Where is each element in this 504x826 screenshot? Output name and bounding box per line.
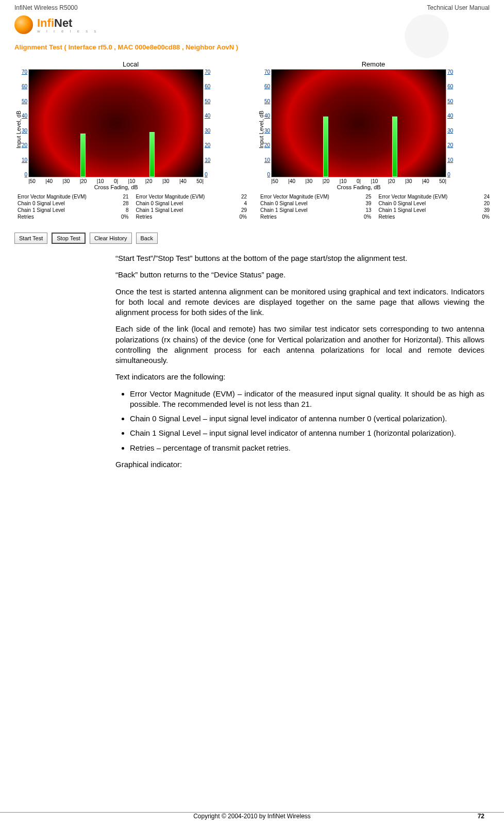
- clear-history-button[interactable]: Clear History: [90, 233, 132, 244]
- xaxis-label-r: Cross Fading, dB: [271, 184, 446, 190]
- xaxis-label: Cross Fading, dB: [28, 184, 204, 190]
- stats-remote: Error Vector Magnitude (EVM)25 Chain 0 S…: [257, 190, 490, 220]
- y-ticks-left-r: 706050403020100: [264, 69, 271, 177]
- plot-remote: [271, 69, 446, 177]
- yaxis-label-r: Input Level, dB: [257, 69, 264, 190]
- back-button[interactable]: Back: [136, 233, 158, 244]
- para-4: Each side of the link (local and remote)…: [115, 324, 484, 366]
- para-6: Graphical indicator:: [115, 459, 484, 470]
- chart-remote: Remote Input Level, dB 706050403020100 |…: [257, 60, 490, 220]
- y-ticks-right-r: 706050403020100: [446, 69, 453, 177]
- page-number: 72: [464, 813, 484, 820]
- alignment-test-title: Alignment Test ( Interface rf5.0 , MAC 0…: [0, 39, 504, 55]
- bar-remote-left: [323, 117, 328, 177]
- page-footer: Copyright © 2004-2010 by InfiNet Wireles…: [0, 812, 504, 820]
- list-item-2: Chain 0 Signal Level – input signal leve…: [130, 414, 484, 424]
- para-3: Once the test is started antenna alignme…: [115, 287, 484, 318]
- header-left: InfiNet Wireless R5000: [14, 4, 78, 11]
- page-header: InfiNet Wireless R5000 Technical User Ma…: [0, 0, 504, 13]
- button-row: Start Test Stop Test Clear History Back: [0, 225, 504, 251]
- logo-text: InfiNet: [37, 16, 98, 30]
- x-ticks: |50|40|30|20|100||10|20|30|4050|: [28, 177, 204, 184]
- footer-copyright: Copyright © 2004-2010 by InfiNet Wireles…: [40, 813, 464, 820]
- list-item-3: Chain 1 Signal Level – input signal leve…: [130, 428, 484, 438]
- stop-test-button[interactable]: Stop Test: [52, 233, 86, 244]
- para-1: “Start Test”/”Stop Test” buttons at the …: [115, 253, 484, 263]
- yaxis-label: Input Level, dB: [14, 69, 22, 190]
- stats-local: Error Vector Magnitude (EVM)21 Chain 0 S…: [14, 190, 247, 220]
- logo-icon: [14, 15, 33, 34]
- bar-local-right: [149, 132, 155, 177]
- chart-remote-title: Remote: [257, 60, 490, 68]
- plot-local: [28, 69, 204, 177]
- x-ticks-r: |50|40|30|20|100||10|20|30|4050|: [271, 177, 446, 184]
- chart-local-title: Local: [14, 60, 247, 68]
- logo-sub: w i r e l e s s: [37, 29, 98, 34]
- charts-row: Local Input Level, dB 706050403020100 |5…: [0, 55, 504, 225]
- chart-local: Local Input Level, dB 706050403020100 |5…: [14, 60, 247, 220]
- para-2: “Back” button returns to the “Device Sta…: [115, 270, 484, 280]
- y-ticks-right: 706050403020100: [204, 69, 210, 177]
- header-right: Technical User Manual: [427, 4, 490, 11]
- bar-remote-right: [392, 117, 397, 177]
- start-test-button[interactable]: Start Test: [14, 233, 47, 244]
- list-item-4: Retries – percentage of transmit packet …: [130, 443, 484, 453]
- logo-block: InfiNet w i r e l e s s: [0, 13, 504, 39]
- para-5: Text indicators are the following:: [115, 372, 484, 382]
- list-item-1: Error Vector Magnitude (EVM) – indicator…: [130, 389, 484, 410]
- y-ticks-left: 706050403020100: [22, 69, 28, 177]
- bar-local-left: [80, 134, 86, 177]
- body-text: “Start Test”/”Stop Test” buttons at the …: [0, 251, 504, 478]
